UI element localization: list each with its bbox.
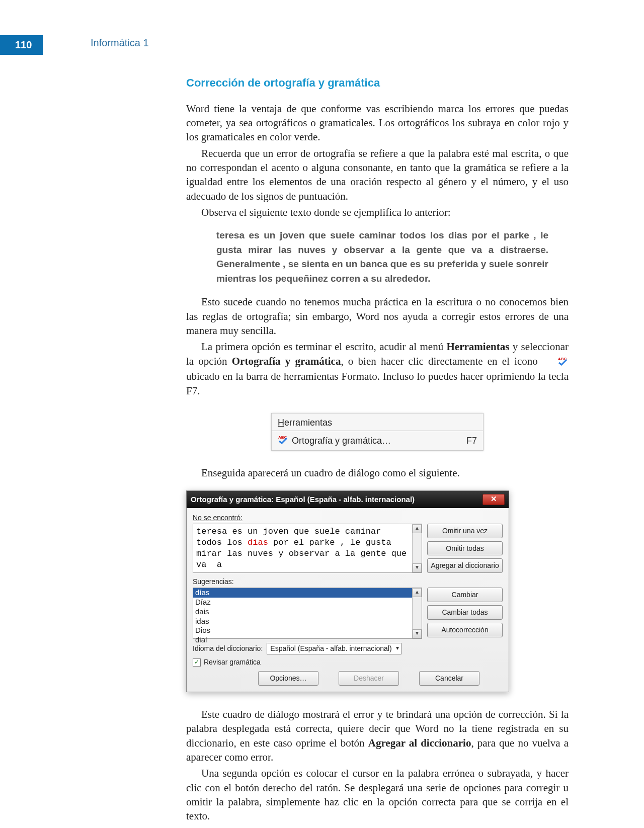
paragraph-8: Una segunda opción es colocar el cursor …: [186, 766, 569, 823]
not-found-label: No se encontró:: [193, 513, 503, 523]
undo-button: Deshacer: [339, 671, 399, 686]
bold-ortografia: Ortografía y gramática: [232, 355, 341, 367]
menu-title[interactable]: Herramientas: [272, 413, 483, 431]
text: No se encontró:: [193, 514, 243, 522]
text: , o bien hacer clic directamente en el i…: [341, 355, 542, 367]
scroll-down-icon[interactable]: ▼: [413, 563, 422, 572]
ignore-buttons-column: Omitir una vez Omitir todas Agregar al d…: [427, 524, 503, 573]
text: La primera opción es terminar el escrito…: [201, 341, 447, 353]
dialog-title: Ortografía y gramática: Español (España …: [191, 494, 482, 505]
section-title: Corrección de ortografía y gramática: [186, 75, 569, 91]
spellcheck-icon: ABC: [542, 355, 569, 369]
autocorrect-button[interactable]: Autocorrección: [427, 623, 503, 637]
suggestions-row: días Díaz dais idas Dios dial ▲ ▼: [193, 588, 503, 639]
menu-item-spellcheck[interactable]: ABC Ortografía y gramática… F7: [272, 431, 483, 450]
suggestions-list[interactable]: días Díaz dais idas Dios dial: [193, 588, 412, 638]
scroll-up-icon[interactable]: ▲: [413, 524, 422, 533]
suggestion-item[interactable]: Díaz: [193, 598, 412, 607]
content-column: Corrección de ortografía y gramática Wor…: [186, 75, 569, 828]
cancel-button[interactable]: Cancelar: [419, 671, 479, 686]
menu-item-label: Ortografía y gramática…: [292, 435, 466, 447]
check-grammar-row: ✓ Revisar gramática: [193, 657, 503, 667]
paragraph-2: Recuerda que un error de ortografía se r…: [186, 146, 569, 203]
ignore-all-button[interactable]: Omitir todas: [427, 541, 503, 556]
menu-item-shortcut: F7: [466, 435, 477, 447]
paragraph-4: Esto sucede cuando no tenemos mucha prác…: [186, 295, 569, 338]
bold-herramientas: Herramientas: [447, 341, 510, 353]
change-button[interactable]: Cambiar: [427, 588, 503, 602]
add-to-dictionary-button[interactable]: Agregar al diccionario: [427, 558, 503, 573]
paragraph-5: La primera opción es terminar el escrito…: [186, 340, 569, 397]
ignore-once-button[interactable]: Omitir una vez: [427, 524, 503, 538]
scroll-track[interactable]: [413, 597, 422, 629]
suggestion-item[interactable]: dais: [193, 607, 412, 617]
suggestions-label: Sugerencias:: [193, 577, 503, 587]
check-grammar-label: Revisar gramática: [204, 657, 261, 667]
change-buttons-column: Cambiar Cambiar todas Autocorrección: [427, 588, 503, 639]
scroll-down-icon[interactable]: ▼: [413, 629, 422, 638]
options-button[interactable]: Opciones…: [258, 671, 318, 686]
error-text-wrap: teresa es un joven que suele caminar tod…: [193, 524, 422, 573]
error-text-area[interactable]: teresa es un joven que suele caminar tod…: [193, 524, 412, 572]
spellcheck-icon: ABC: [278, 434, 292, 447]
check-grammar-checkbox[interactable]: ✓: [193, 658, 201, 667]
suggestions-box: días Díaz dais idas Dios dial ▲ ▼: [193, 588, 422, 639]
change-all-button[interactable]: Cambiar todas: [427, 605, 503, 620]
menu-herramientas: Herramientas ABC Ortografía y gramática……: [271, 413, 484, 451]
paragraph-7: Este cuadro de diálogo mostrará el error…: [186, 707, 569, 764]
menu-title-accel: H: [278, 418, 284, 428]
dialog-bottom-buttons: Opciones… Deshacer Cancelar: [258, 671, 503, 686]
dialog-body: No se encontró: teresa es un joven que s…: [187, 508, 509, 692]
suggestion-item[interactable]: Dios: [193, 626, 412, 635]
dictionary-language-row: Idioma del diccionario: Español (España …: [193, 643, 503, 654]
dictionary-language-select[interactable]: Español (España - alfab. internacional): [267, 643, 401, 654]
misspelled-word: dias: [248, 538, 268, 547]
bold-agregar: Agregar al diccionario: [368, 737, 471, 749]
dictionary-language-label: Idioma del diccionario:: [193, 644, 263, 653]
close-icon[interactable]: ✕: [482, 494, 505, 505]
text: ubicado en la barra de herramientas Form…: [186, 370, 569, 396]
spelling-dialog: Ortografía y gramática: Español (España …: [186, 490, 509, 692]
scrollbar[interactable]: ▲ ▼: [412, 588, 422, 638]
paragraph-3: Observa el siguiente texto donde se ejem…: [186, 205, 569, 219]
page-number: 110: [0, 35, 43, 55]
scroll-up-icon[interactable]: ▲: [413, 588, 422, 597]
dialog-titlebar: Ortografía y gramática: Español (España …: [187, 491, 509, 508]
menu-title-rest: erramientas: [284, 418, 332, 428]
error-text-row: teresa es un joven que suele caminar tod…: [193, 524, 503, 573]
scroll-track[interactable]: [413, 533, 422, 564]
running-head: Informática 1: [91, 37, 149, 49]
suggestion-item[interactable]: idas: [193, 617, 412, 626]
paragraph-1: Word tiene la ventaja de que conforme va…: [186, 102, 569, 144]
paragraph-6: Enseguida aparecerá un cuadro de diálogo…: [186, 466, 569, 480]
page: 110 Informática 1 Corrección de ortograf…: [0, 0, 644, 828]
scrollbar[interactable]: ▲ ▼: [412, 524, 422, 573]
example-text: teresa es un joven que suele caminar tod…: [216, 228, 548, 286]
suggestion-selected[interactable]: días: [193, 588, 412, 598]
